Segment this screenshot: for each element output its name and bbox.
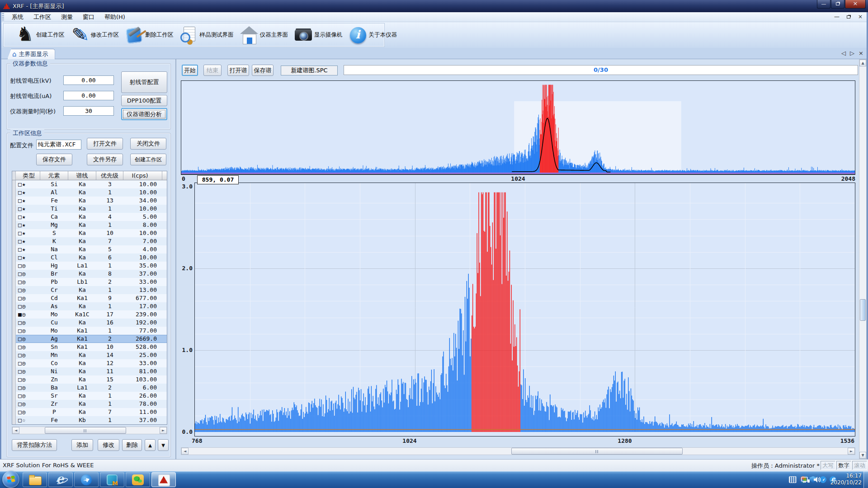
dpp100-config-button[interactable]: DPP100配置 (121, 95, 167, 106)
open-spectrum-button[interactable]: 打开谱 (227, 65, 249, 76)
save-spectrum-button[interactable]: 保存谱 (252, 65, 274, 76)
element-row-Co-Ka[interactable]: □◎CoKa1233.00 (12, 359, 167, 367)
element-row-Zn-Ka[interactable]: □◎ZnKa15103.00 (12, 375, 167, 384)
element-row-Mo-Ka1C[interactable]: ■◎MoKa1C17239.00 (12, 310, 167, 319)
minimize-button[interactable]: — (817, 0, 830, 9)
taskbar-app-xrf-app[interactable] (151, 472, 176, 487)
toolbar-button-delete-workspace[interactable]: 删除工作区 (123, 25, 175, 46)
column-header-谱线[interactable]: 谱线 (68, 171, 96, 180)
start-button[interactable] (2, 471, 19, 488)
element-row-Si-Ka[interactable]: □★SiKa310.00 (12, 180, 167, 188)
menu-item-工作区[interactable]: 工作区 (28, 12, 56, 22)
column-header-优先级[interactable]: 优先级 (96, 171, 123, 180)
taskbar-clock[interactable]: 16:17 2020/10/22 (830, 473, 862, 486)
element-row-Zr-Ka[interactable]: □◎ZrKa178.00 (12, 400, 167, 408)
tube-config-button[interactable]: 射线管配置 (121, 71, 167, 93)
chart-scroll-right-icon[interactable]: ► (848, 448, 855, 455)
taskbar-app-explorer[interactable] (23, 472, 47, 487)
column-header-类型[interactable]: 类型 (16, 171, 40, 180)
save-as-button[interactable]: 文件另存 (87, 154, 123, 165)
scroll-down-icon[interactable]: ▼ (859, 452, 866, 459)
chart-scroll-left-icon[interactable]: ◄ (181, 448, 189, 455)
save-file-button[interactable]: 保存文件 (36, 154, 72, 165)
spectrum-filename-field[interactable]: 新建谱图.SPC (281, 66, 338, 75)
tube-voltage-field[interactable]: 0.00 (63, 75, 114, 85)
measure-time-field[interactable]: 30 (63, 106, 114, 116)
scroll-up-icon[interactable]: ▲ (859, 60, 866, 66)
stop-button[interactable]: 结束 (203, 65, 222, 76)
element-row-Cu-Ka[interactable]: □◎CuKa16192.00 (12, 319, 167, 327)
move-up-button[interactable]: ▲ (145, 439, 156, 451)
start-button[interactable]: 开始 (182, 65, 198, 76)
tab-scroll-left-icon[interactable]: ◁ (841, 50, 846, 56)
element-row-S-Ka[interactable]: □★SKa1010.00 (12, 229, 167, 237)
element-row-Mo-Ka1[interactable]: □◎MoKa1177.00 (12, 327, 167, 335)
element-row-Br-Ka[interactable]: □◎BrKa837.00 (12, 270, 167, 278)
column-header-元素[interactable]: 元素 (40, 171, 68, 180)
menu-item-系统[interactable]: 系统 (7, 12, 28, 22)
chart-vscroll-thumb[interactable] (860, 299, 866, 321)
mdi-close-button[interactable]: × (856, 13, 864, 21)
taskbar-app-m-tool[interactable] (100, 472, 124, 487)
element-row-Cl-Ka[interactable]: □★ClKa610.00 (12, 253, 167, 262)
element-row-Al-Ka[interactable]: □★AlKa110.00 (12, 188, 167, 197)
toolbar-button-show-camera[interactable]: 显示摄像机 (292, 25, 344, 46)
show-desktop-button[interactable] (863, 471, 868, 488)
close-button[interactable]: × (845, 0, 866, 9)
element-row-Sn-Ka1[interactable]: □◎SnKa110528.00 (12, 343, 167, 351)
menu-item-窗口[interactable]: 窗口 (78, 12, 99, 22)
restore-button[interactable] (831, 0, 844, 9)
mdi-minimize-button[interactable]: — (833, 13, 841, 21)
element-row-Pb-Lb1[interactable]: □◎PbLb1233.00 (12, 278, 167, 286)
volume-icon[interactable] (814, 476, 821, 483)
taskbar-app-wechat[interactable] (126, 472, 150, 487)
table-hscrollbar[interactable]: ◄ ► (12, 427, 167, 434)
scroll-left-icon[interactable]: ◄ (12, 427, 19, 434)
delete-button[interactable]: 删除 (122, 439, 142, 451)
config-file-field[interactable]: 纯元素谱.XCF (36, 140, 81, 150)
element-row-Fe-Kb[interactable]: □☆FeKb137.00 (12, 416, 167, 424)
toolbar-button-instrument-home[interactable]: 仪器主界面 (238, 25, 290, 46)
menu-item-测量[interactable]: 测量 (56, 12, 78, 22)
add-button[interactable]: 添加 (71, 439, 93, 451)
modify-button[interactable]: 修改 (98, 439, 119, 451)
table-hscroll-thumb[interactable] (45, 427, 126, 434)
scroll-right-icon[interactable]: ► (160, 427, 167, 434)
element-row-Ca-Ka[interactable]: □★CaKa45.00 (12, 213, 167, 221)
mdi-restore-button[interactable] (844, 13, 853, 21)
element-row-Sr-Ka[interactable]: □◎SrKa126.00 (12, 392, 167, 400)
taskbar-app-messenger[interactable] (74, 472, 99, 487)
element-row-Ba-La1[interactable]: □◎BaLa126.00 (12, 384, 167, 392)
element-row-Cd-Ka1[interactable]: □◎CdKa19677.00 (12, 294, 167, 302)
tab-main-view[interactable]: ⌂ 主界面显示 (7, 49, 55, 59)
element-row-Ag-Ka1[interactable]: □◎AgKa122669.0 (12, 335, 167, 343)
element-row-K-Ka[interactable]: □★KKa77.00 (12, 237, 167, 245)
close-file-button[interactable]: 关闭文件 (130, 138, 166, 150)
keyboard-icon[interactable] (789, 476, 797, 483)
element-row-Hg-La1[interactable]: □◎HgLa1135.00 (12, 262, 167, 270)
tube-current-field[interactable]: 0.00 (63, 91, 114, 100)
move-down-button[interactable]: ▼ (158, 439, 169, 451)
toolbar-button-about[interactable]: 关于本仪器 (347, 25, 399, 46)
column-header-I(cps)[interactable]: I(cps) (123, 171, 162, 180)
element-row-Cr-Ka[interactable]: □◎CrKa113.00 (12, 286, 167, 294)
element-row-Na-Ka[interactable]: □★NaKa54.00 (12, 245, 167, 253)
zoom-spectrum-chart[interactable] (195, 183, 855, 436)
element-row-As-Ka[interactable]: □◎AsKa117.00 (12, 302, 167, 310)
chart-hscrollbar[interactable]: ◄ ► (181, 447, 855, 455)
element-row-Ni-Ka[interactable]: □◎NiKa1181.00 (12, 367, 167, 375)
element-row-Mn-Ka[interactable]: □◎MnKa1425.00 (12, 351, 167, 359)
chart-vscrollbar[interactable]: ▲ ▼ (859, 59, 867, 459)
element-row-Fe-Ka[interactable]: □★FeKa1334.00 (12, 197, 167, 205)
element-row-Mg-Ka[interactable]: □★MgKa18.00 (12, 221, 167, 229)
taskbar-app-internet-explorer[interactable] (48, 472, 73, 487)
create-workspace-button[interactable]: 创建工作区 (130, 154, 166, 165)
tab-scroll-right-icon[interactable]: ▷ (850, 50, 854, 56)
element-row-P-Ka[interactable]: □◎PKa711.00 (12, 408, 167, 416)
overview-spectrum-chart[interactable] (181, 81, 855, 174)
tab-close-icon[interactable]: × (859, 50, 863, 56)
toolbar-button-create-workspace[interactable]: 创建工作区 (14, 25, 66, 46)
toolbar-button-modify-workspace[interactable]: 修改工作区 (69, 25, 121, 46)
element-row-Ti-Ka[interactable]: □★TiKa110.00 (12, 205, 167, 213)
network-icon[interactable] (801, 477, 810, 483)
